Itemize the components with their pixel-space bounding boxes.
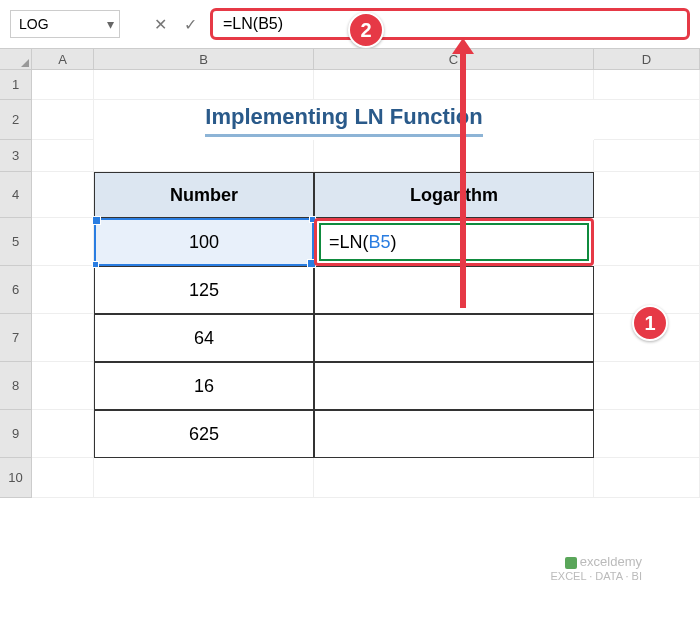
cell[interactable]	[32, 172, 94, 218]
table-cell[interactable]: 16	[94, 362, 314, 410]
cell[interactable]	[32, 362, 94, 410]
column-headers: A B C D	[0, 48, 700, 70]
cell[interactable]	[94, 140, 314, 172]
col-header-b[interactable]: B	[94, 49, 314, 69]
formula-buttons: ✕ ✓	[146, 10, 204, 38]
formula-text: =LN(B5)	[223, 15, 283, 33]
cell[interactable]	[594, 172, 700, 218]
cell[interactable]	[32, 314, 94, 362]
table-cell[interactable]: 125	[94, 266, 314, 314]
cell[interactable]	[594, 140, 700, 172]
table-cell[interactable]	[314, 314, 594, 362]
row-header-9[interactable]: 9	[0, 410, 31, 458]
row-headers: 1 2 3 4 5 6 7 8 9 10	[0, 70, 32, 498]
chevron-down-icon[interactable]: ▾	[101, 11, 119, 37]
cell-c5-active[interactable]: =LN(B5)	[314, 218, 594, 266]
arrow-icon	[460, 50, 466, 308]
row-header-8[interactable]: 8	[0, 362, 31, 410]
name-box-value: LOG	[19, 16, 49, 32]
logo-icon	[565, 557, 577, 569]
cells: Implementing LN Function NumberLogarithm…	[32, 70, 700, 498]
watermark: exceldemy EXCEL · DATA · BI	[551, 554, 643, 583]
table-cell[interactable]: 625	[94, 410, 314, 458]
callout-1: 1	[632, 305, 668, 341]
spreadsheet-grid: A B C D 1 2 3 4 5 6 7 8 9 10 Implementin…	[0, 48, 700, 498]
cell[interactable]	[32, 70, 94, 100]
cell[interactable]	[32, 100, 94, 140]
cell[interactable]	[594, 410, 700, 458]
cell[interactable]	[32, 218, 94, 266]
table-cell[interactable]	[314, 410, 594, 458]
cell[interactable]	[594, 100, 700, 140]
cell[interactable]	[94, 458, 314, 498]
cell[interactable]	[594, 218, 700, 266]
row-header-4[interactable]: 4	[0, 172, 31, 218]
cell[interactable]	[594, 70, 700, 100]
row-header-2[interactable]: 2	[0, 100, 31, 140]
cell-b5-selected[interactable]: 100	[94, 218, 314, 266]
cell[interactable]	[32, 410, 94, 458]
row-header-3[interactable]: 3	[0, 140, 31, 172]
cell[interactable]	[32, 266, 94, 314]
table-cell[interactable]	[314, 266, 594, 314]
name-box[interactable]: LOG ▾	[10, 10, 120, 38]
cell[interactable]	[94, 70, 314, 100]
table-header-number[interactable]: Number	[94, 172, 314, 218]
col-header-d[interactable]: D	[594, 49, 700, 69]
table-cell[interactable]: 64	[94, 314, 314, 362]
select-all-corner[interactable]	[0, 49, 32, 69]
cell[interactable]	[314, 140, 594, 172]
callout-2: 2	[348, 12, 384, 48]
row-header-1[interactable]: 1	[0, 70, 31, 100]
formula-bar-area: LOG ▾ ✕ ✓ 2 =LN(B5)	[0, 0, 700, 48]
table-header-logarithm[interactable]: Logarithm	[314, 172, 594, 218]
cell[interactable]	[314, 458, 594, 498]
cell-c5-formula: =LN(B5)	[319, 223, 589, 261]
enter-icon[interactable]: ✓	[176, 10, 204, 38]
cancel-icon[interactable]: ✕	[146, 10, 174, 38]
table-cell[interactable]	[314, 362, 594, 410]
cell[interactable]	[32, 140, 94, 172]
page-title: Implementing LN Function	[205, 104, 482, 137]
col-header-a[interactable]: A	[32, 49, 94, 69]
formula-bar-input[interactable]: =LN(B5)	[210, 8, 690, 40]
row-header-6[interactable]: 6	[0, 266, 31, 314]
title-cell[interactable]: Implementing LN Function	[94, 100, 594, 140]
row-header-5[interactable]: 5	[0, 218, 31, 266]
row-header-7[interactable]: 7	[0, 314, 31, 362]
cell[interactable]	[594, 362, 700, 410]
row-header-10[interactable]: 10	[0, 458, 31, 498]
cell[interactable]	[594, 458, 700, 498]
cell[interactable]	[314, 70, 594, 100]
cell[interactable]	[32, 458, 94, 498]
